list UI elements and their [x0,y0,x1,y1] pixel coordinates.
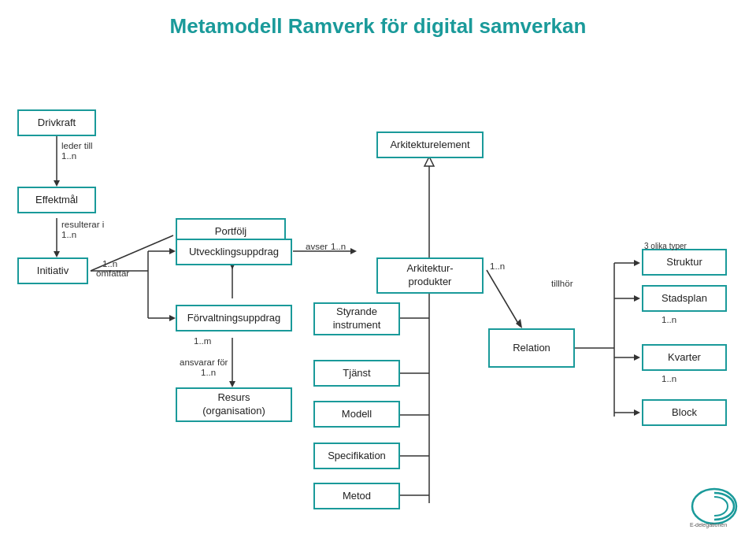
svg-marker-38 [634,354,640,361]
box-utvecklingsuppdrag: Utvecklingsuppdrag [176,239,292,265]
box-struktur: Struktur [642,249,727,276]
svg-line-29 [487,270,520,326]
svg-marker-13 [169,315,176,321]
label-1n-stads: 1..n [662,315,676,324]
box-initiativ: Initiativ [17,257,88,284]
box-metod: Metod [313,483,400,509]
label-1m: 1..m [194,336,211,346]
svg-marker-34 [634,260,640,266]
box-styrande: Styrande instrument [313,302,400,335]
svg-marker-11 [169,248,176,254]
label-resulterar-i: resulterar i [61,220,104,229]
svg-marker-1 [54,180,60,187]
label-leder-till: leder till [61,141,93,150]
box-stadsplan: Stadsplan [642,285,727,312]
label-1n-2: 1..n [61,230,76,239]
svg-marker-30 [516,319,522,328]
box-kvarter: Kvarter [642,344,727,371]
label-1n-1: 1..n [61,151,76,161]
box-block: Block [642,399,727,426]
label-avser: avser [306,242,328,251]
box-drivkraft: Drivkraft [17,109,96,136]
label-ansvarar-for: ansvarar för [180,357,228,367]
svg-point-43 [692,489,736,524]
svg-marker-3 [54,251,60,257]
label-3-typer: 3 olika typer [644,242,687,250]
label-1n-3: 1..n [102,259,117,268]
svg-marker-42 [229,381,235,387]
box-modell: Modell [313,401,400,428]
box-arkitekturprodukter: Arkitektur- produkter [376,257,484,294]
label-1n-kvart: 1..n [662,374,676,383]
box-forvaltningsuppdrag: Förvaltningsuppdrag [176,305,292,331]
label-omfattar: omfattar [96,268,129,278]
page-title: Metamodell Ramverk för digital samverkan [0,0,756,46]
e-delegationen-logo: E-delegationen [687,485,742,528]
label-tillhor: tillhör [551,279,573,288]
svg-text:E-delegationen: E-delegationen [690,522,727,528]
box-resurs: Resurs (organisation) [176,387,292,422]
box-effektmal: Effektmål [17,187,96,213]
box-specifikation: Specifikation [313,443,400,469]
svg-marker-40 [634,409,640,416]
svg-marker-15 [350,248,357,254]
label-1n-avser: 1..n [331,242,346,251]
svg-marker-36 [634,295,640,302]
box-tjanst: Tjänst [313,360,400,387]
label-1n-res: 1..n [201,368,216,377]
box-arkitekturelement: Arkitekturelement [376,131,484,158]
box-relation: Relation [488,328,575,368]
label-1n-ark: 1..n [490,261,505,271]
